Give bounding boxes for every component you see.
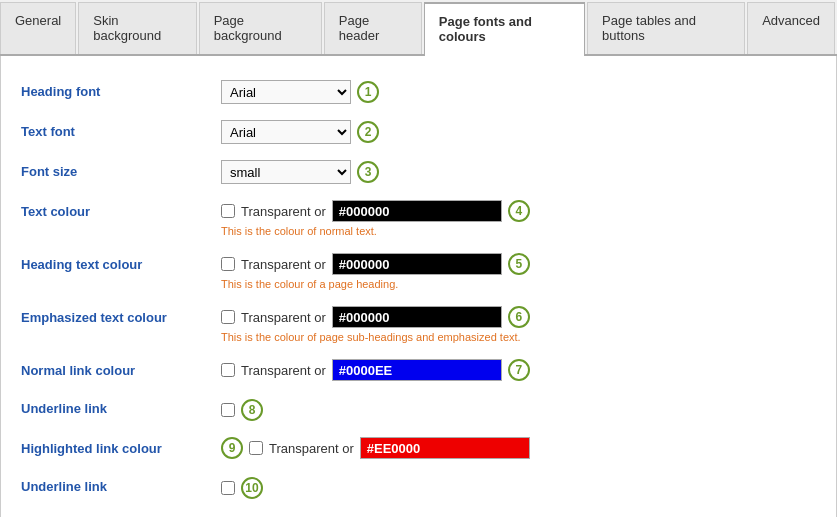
tab-general[interactable]: General <box>0 2 76 54</box>
tab-page-tables[interactable]: Page tables and buttons <box>587 2 745 54</box>
badge-4: 4 <box>508 200 530 222</box>
transparent-or-emphasized: Transparent or <box>241 310 326 325</box>
tab-skin-background[interactable]: Skin background <box>78 2 196 54</box>
heading-font-row: Heading font Arial 1 <box>21 76 816 104</box>
underline-link-1-row: Underline link 8 <box>21 393 816 421</box>
heading-font-select[interactable]: Arial <box>221 80 351 104</box>
tab-bar: General Skin background Page background … <box>0 0 837 56</box>
text-colour-checkbox[interactable] <box>221 204 235 218</box>
normal-link-colour-box[interactable]: #0000EE <box>332 359 502 381</box>
heading-colour-label: Heading text colour <box>21 253 221 272</box>
heading-colour-row: Heading text colour Transparent or #0000… <box>21 249 816 290</box>
transparent-or-highlighted: Transparent or <box>269 441 354 456</box>
transparent-or-normal-link: Transparent or <box>241 363 326 378</box>
text-font-label: Text font <box>21 120 221 139</box>
font-size-label: Font size <box>21 160 221 179</box>
text-colour-row: Text colour Transparent or #000000 4 Thi… <box>21 196 816 237</box>
normal-link-label: Normal link colour <box>21 359 221 378</box>
heading-colour-box[interactable]: #000000 <box>332 253 502 275</box>
text-colour-box[interactable]: #000000 <box>332 200 502 222</box>
text-font-select[interactable]: Arial <box>221 120 351 144</box>
tab-page-fonts[interactable]: Page fonts and colours <box>424 2 585 56</box>
badge-3: 3 <box>357 161 379 183</box>
underline-link-1-checkbox[interactable] <box>221 403 235 417</box>
content-area: Heading font Arial 1 Text font Arial 2 F… <box>0 56 837 517</box>
highlighted-link-row: Highlighted link colour 9 Transparent or… <box>21 433 816 459</box>
heading-colour-checkbox[interactable] <box>221 257 235 271</box>
badge-2: 2 <box>357 121 379 143</box>
underline-link-2-label: Underline link <box>21 475 221 494</box>
tab-page-background[interactable]: Page background <box>199 2 322 54</box>
normal-link-row: Normal link colour Transparent or #0000E… <box>21 355 816 381</box>
highlighted-link-checkbox[interactable] <box>249 441 263 455</box>
font-size-select[interactable]: small <box>221 160 351 184</box>
text-colour-label: Text colour <box>21 200 221 219</box>
font-size-row: Font size small 3 <box>21 156 816 184</box>
underline-link-1-label: Underline link <box>21 397 221 416</box>
badge-9: 9 <box>221 437 243 459</box>
emphasized-colour-row: Emphasized text colour Transparent or #0… <box>21 302 816 343</box>
heading-font-label: Heading font <box>21 80 221 99</box>
badge-6: 6 <box>508 306 530 328</box>
transparent-or-heading: Transparent or <box>241 257 326 272</box>
underline-link-2-checkbox[interactable] <box>221 481 235 495</box>
badge-8: 8 <box>241 399 263 421</box>
emphasized-colour-label: Emphasized text colour <box>21 306 221 325</box>
tab-advanced[interactable]: Advanced <box>747 2 835 54</box>
badge-1: 1 <box>357 81 379 103</box>
text-colour-hint: This is the colour of normal text. <box>221 225 530 237</box>
highlighted-link-label: Highlighted link colour <box>21 437 221 456</box>
tab-page-header[interactable]: Page header <box>324 2 422 54</box>
emphasized-colour-box[interactable]: #000000 <box>332 306 502 328</box>
emphasized-colour-hint: This is the colour of page sub-headings … <box>221 331 530 343</box>
heading-colour-hint: This is the colour of a page heading. <box>221 278 530 290</box>
badge-10: 10 <box>241 477 263 499</box>
underline-link-2-row: Underline link 10 <box>21 471 816 499</box>
badge-7: 7 <box>508 359 530 381</box>
normal-link-checkbox[interactable] <box>221 363 235 377</box>
badge-5: 5 <box>508 253 530 275</box>
emphasized-colour-checkbox[interactable] <box>221 310 235 324</box>
transparent-or-text-colour: Transparent or <box>241 204 326 219</box>
text-font-row: Text font Arial 2 <box>21 116 816 144</box>
highlighted-link-colour-box[interactable]: #EE0000 <box>360 437 530 459</box>
